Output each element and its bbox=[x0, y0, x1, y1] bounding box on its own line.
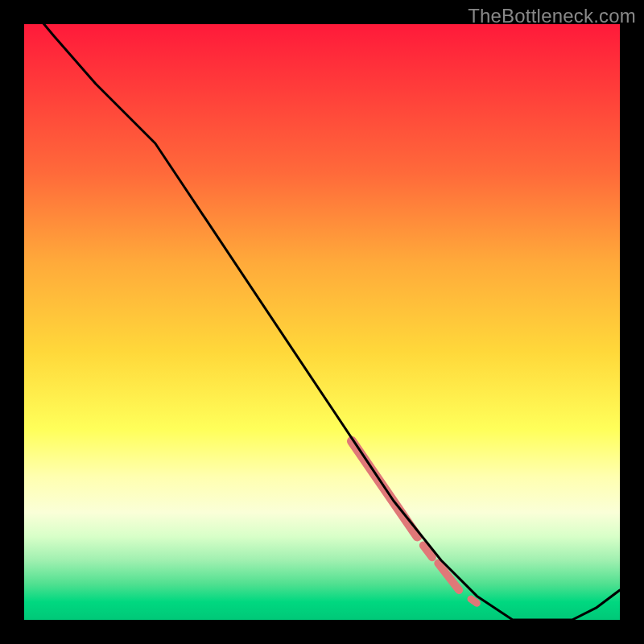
highlight-segment bbox=[471, 599, 477, 603]
chart-overlay bbox=[24, 24, 620, 620]
watermark-text: TheBottleneck.com bbox=[468, 5, 636, 27]
bottleneck-curve bbox=[24, 24, 620, 620]
